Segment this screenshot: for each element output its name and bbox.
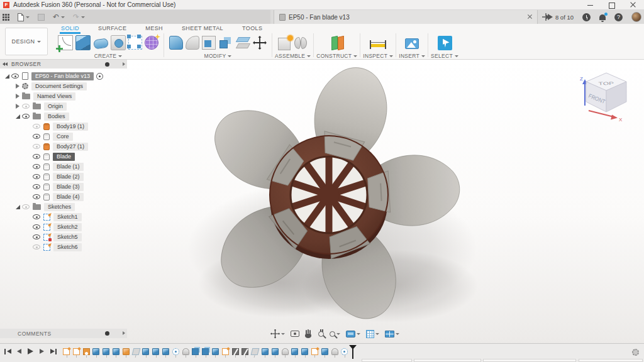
tree-item-label[interactable]: Body27 (1) (53, 143, 88, 151)
extrude-icon[interactable] (75, 35, 91, 50)
timeline-feature-fillet-icon[interactable] (182, 348, 189, 355)
timeline-feature-circular-pattern-icon[interactable] (172, 348, 179, 355)
group-label-insert[interactable]: INSERT (399, 53, 425, 59)
tree-item-label[interactable]: Bodies (44, 112, 69, 121)
visibility-eye-icon[interactable] (33, 234, 40, 239)
timeline-feature-extrude-icon[interactable] (321, 348, 328, 355)
tree-item-label[interactable]: Body19 (1) (53, 123, 88, 131)
sweep-icon[interactable] (93, 35, 108, 50)
group-label-assemble[interactable]: ASSEMBLE (275, 53, 311, 59)
tree-row[interactable]: EP50 - Fan blade v13 (0, 71, 127, 81)
tree-item-label[interactable]: Sketch2 (53, 223, 82, 231)
tree-row[interactable]: Blade (0, 151, 127, 162)
combine-icon[interactable] (219, 40, 228, 48)
visibility-eye-icon[interactable] (33, 224, 40, 229)
tree-row[interactable]: Blade (2) (0, 172, 127, 182)
visibility-eye-icon[interactable] (33, 144, 40, 149)
timeline-feature-sketch-icon[interactable] (222, 348, 229, 355)
visibility-eye-icon[interactable] (33, 154, 40, 159)
tab-surface[interactable]: SURFACE (97, 24, 128, 32)
timeline-play-button[interactable] (26, 348, 35, 356)
shell-icon[interactable] (202, 36, 216, 50)
timeline-feature-sketch-icon[interactable] (311, 348, 318, 355)
visibility-eye-icon[interactable] (33, 194, 40, 199)
expand-arrow-icon[interactable] (3, 74, 11, 79)
panel-options-icon[interactable] (105, 62, 109, 67)
redo-button[interactable]: ↷ (73, 13, 85, 21)
timeline-feature-extrude-icon[interactable] (113, 348, 119, 355)
visibility-eye-icon[interactable] (33, 214, 40, 219)
tab-sheet-metal[interactable]: SHEET METAL (180, 24, 225, 32)
pan-button[interactable] (305, 330, 313, 338)
collapse-panel-icon[interactable] (3, 62, 8, 67)
save-icon[interactable] (38, 14, 45, 21)
timeline-feature-combine-icon[interactable] (192, 348, 199, 355)
expand-arrow-icon[interactable] (13, 114, 22, 119)
tree-row[interactable]: Body27 (1) (0, 141, 127, 151)
tree-row[interactable]: Core (0, 131, 127, 141)
zoom-button[interactable] (318, 331, 324, 337)
visibility-eye-icon[interactable] (11, 74, 19, 79)
panel-expand-chevron-icon[interactable] (123, 331, 125, 335)
file-menu-button[interactable] (18, 13, 30, 21)
tab-mesh[interactable]: MESH (144, 24, 164, 32)
tab-solid[interactable]: SOLID (60, 24, 80, 34)
timeline-feature-fillet-icon[interactable] (282, 348, 289, 355)
job-status-icon[interactable] (582, 13, 591, 21)
tab-tools[interactable]: TOOLS (241, 24, 264, 32)
minimize-button[interactable] (580, 0, 601, 10)
timeline-feature-extrude-icon[interactable] (272, 348, 279, 355)
tab-close-icon[interactable] (526, 13, 533, 20)
tree-item-label[interactable]: Core (53, 133, 73, 141)
visibility-eye-icon[interactable] (33, 174, 40, 179)
visibility-eye-icon[interactable] (22, 104, 30, 109)
tree-item-label[interactable]: Blade (4) (53, 193, 84, 201)
group-label-construct[interactable]: CONSTRUCT (316, 53, 357, 59)
comments-panel[interactable]: COMMENTS (0, 329, 127, 338)
timeline-feature-sketch-icon[interactable] (73, 348, 80, 355)
revolve-icon[interactable] (111, 35, 126, 50)
timeline-feature-extrude-icon[interactable] (142, 348, 149, 355)
expand-arrow-icon[interactable] (13, 205, 22, 209)
timeline-feature-split-icon[interactable] (232, 348, 239, 355)
tree-item-label[interactable]: Sketch6 (53, 243, 82, 251)
group-label-select[interactable]: SELECT (431, 53, 458, 59)
timeline-settings-gear-icon[interactable] (632, 349, 639, 356)
visibility-eye-icon[interactable] (22, 114, 30, 119)
tree-item-label[interactable]: Blade (3) (53, 183, 84, 191)
tree-item-label[interactable]: Blade (53, 153, 75, 161)
tree-item-label[interactable]: Sketches (44, 203, 75, 211)
visibility-eye-icon[interactable] (33, 164, 40, 169)
timeline-go-to-end-button[interactable] (49, 348, 57, 356)
tree-item-label[interactable]: Named Views (33, 92, 75, 101)
timeline-playhead[interactable] (352, 346, 353, 359)
timeline-scroll-segment[interactable] (414, 359, 481, 362)
visibility-eye-icon[interactable] (22, 204, 30, 209)
window-zoom-button[interactable] (330, 331, 340, 337)
timeline-scroll-segment[interactable] (483, 359, 576, 362)
insert-canvas-icon[interactable] (405, 38, 419, 49)
tree-row[interactable]: Sketch5 (0, 232, 127, 242)
timeline-feature-fillet-icon[interactable] (331, 348, 338, 355)
panel-options-icon[interactable] (105, 331, 109, 336)
tree-row[interactable]: Sketch6 (0, 242, 127, 252)
rectangular-pattern-icon[interactable] (128, 36, 142, 50)
fillet-icon[interactable] (186, 36, 199, 50)
tree-item-label[interactable]: Blade (2) (53, 173, 84, 181)
timeline-feature-split-icon[interactable] (242, 348, 248, 355)
tree-row[interactable]: Sketches (0, 202, 127, 212)
tree-row[interactable]: Body19 (1) (0, 121, 127, 131)
expand-arrow-icon[interactable] (13, 104, 22, 109)
visibility-eye-icon[interactable] (33, 184, 40, 189)
move-copy-icon[interactable] (253, 36, 267, 50)
group-label-modify[interactable]: MODIFY (204, 53, 232, 59)
timeline-step-back-button[interactable] (15, 348, 23, 356)
expand-arrow-icon[interactable] (13, 84, 22, 89)
workspace-selector[interactable]: DESIGN (5, 28, 48, 55)
timeline-step-forward-button[interactable] (38, 348, 46, 356)
tree-row[interactable]: Origin (0, 101, 127, 111)
visibility-eye-icon[interactable] (33, 244, 40, 250)
construction-plane-icon[interactable] (330, 35, 345, 50)
viewport-canvas[interactable]: BROWSER EP50 - Fan blade v13Document Set… (0, 60, 644, 343)
close-button[interactable] (623, 0, 644, 10)
